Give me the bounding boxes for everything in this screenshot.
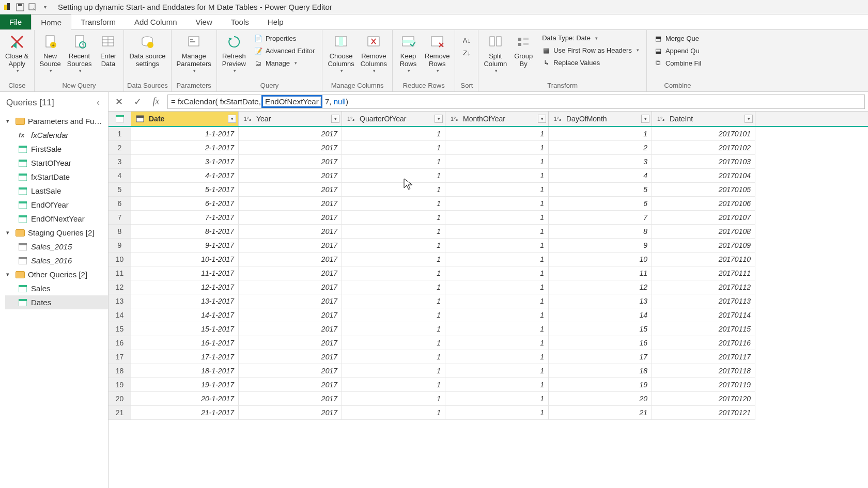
table-row[interactable]: 44-1-2017201711420170104 — [109, 169, 868, 183]
cell-year[interactable]: 2017 — [239, 197, 342, 211]
cell-dateint[interactable]: 20170103 — [652, 155, 755, 169]
tab-help[interactable]: Help — [258, 14, 293, 29]
query-endofnextyear[interactable]: EndOfNextYear — [5, 212, 108, 226]
close-apply-button[interactable]: Close & Apply ▾ — [2, 31, 32, 81]
refresh-preview-button[interactable]: Refresh Preview ▾ — [219, 31, 249, 81]
row-header[interactable]: 10 — [109, 253, 131, 266]
cell-quarter[interactable]: 1 — [342, 253, 445, 266]
cell-year[interactable]: 2017 — [239, 225, 342, 239]
row-header[interactable]: 20 — [109, 392, 131, 406]
column-header-quarter[interactable]: 1²₃ QuarterOfYear ▾ — [342, 112, 445, 126]
query-sales[interactable]: Sales — [5, 281, 108, 295]
cell-day[interactable]: 17 — [549, 350, 652, 364]
cell-month[interactable]: 1 — [445, 336, 549, 350]
row-header[interactable]: 16 — [109, 336, 131, 350]
choose-columns-button[interactable]: Choose Columns ▾ — [324, 31, 357, 81]
combine-files-button[interactable]: ⧉Combine Fil — [652, 58, 703, 68]
cell-date[interactable]: 1-1-2017 — [131, 127, 239, 141]
table-row[interactable]: 22-1-2017201711220170102 — [109, 141, 868, 155]
table-row[interactable]: 1212-1-20172017111220170112 — [109, 280, 868, 294]
cell-quarter[interactable]: 1 — [342, 127, 445, 141]
cell-dateint[interactable]: 20170119 — [652, 378, 755, 392]
cell-month[interactable]: 1 — [445, 127, 549, 141]
table-row[interactable]: 1313-1-20172017111320170113 — [109, 294, 868, 308]
row-header[interactable]: 3 — [109, 155, 131, 169]
filter-dropdown-icon[interactable]: ▾ — [331, 115, 339, 123]
row-header[interactable]: 21 — [109, 406, 131, 420]
row-header[interactable]: 6 — [109, 197, 131, 211]
cell-month[interactable]: 1 — [445, 183, 549, 197]
cell-day[interactable]: 2 — [549, 141, 652, 155]
column-header-date[interactable]: Date ▾ — [131, 112, 239, 126]
query-fxcalendar[interactable]: fxfxCalendar — [5, 128, 108, 142]
tab-view[interactable]: View — [187, 14, 222, 29]
cell-month[interactable]: 1 — [445, 308, 549, 322]
row-header[interactable]: 17 — [109, 350, 131, 364]
cell-dateint[interactable]: 20170107 — [652, 211, 755, 225]
row-header[interactable]: 15 — [109, 322, 131, 336]
cell-date[interactable]: 19-1-2017 — [131, 378, 239, 392]
cell-month[interactable]: 1 — [445, 197, 549, 211]
cell-month[interactable]: 1 — [445, 378, 549, 392]
query-dates[interactable]: Dates — [5, 295, 108, 309]
row-header[interactable]: 4 — [109, 169, 131, 183]
keep-rows-button[interactable]: Keep Rows ▾ — [395, 31, 422, 81]
query-group-other[interactable]: ▾ Other Queries [2] — [5, 267, 108, 281]
row-header[interactable]: 19 — [109, 378, 131, 392]
cell-date[interactable]: 10-1-2017 — [131, 253, 239, 266]
cell-month[interactable]: 1 — [445, 406, 549, 420]
cell-date[interactable]: 17-1-2017 — [131, 350, 239, 364]
cell-date[interactable]: 4-1-2017 — [131, 169, 239, 183]
query-endofyear[interactable]: EndOfYear — [5, 198, 108, 212]
tab-file[interactable]: File — [0, 14, 31, 29]
table-row[interactable]: 33-1-2017201711320170103 — [109, 155, 868, 169]
cell-date[interactable]: 16-1-2017 — [131, 336, 239, 350]
cell-quarter[interactable]: 1 — [342, 155, 445, 169]
cell-date[interactable]: 11-1-2017 — [131, 266, 239, 280]
table-row[interactable]: 1111-1-20172017111120170111 — [109, 266, 868, 280]
cell-day[interactable]: 6 — [549, 197, 652, 211]
cell-year[interactable]: 2017 — [239, 239, 342, 253]
cell-month[interactable]: 1 — [445, 364, 549, 378]
enter-data-button[interactable]: Enter Data — [95, 31, 121, 81]
cell-day[interactable]: 14 — [549, 308, 652, 322]
cell-dateint[interactable]: 20170106 — [652, 197, 755, 211]
cell-year[interactable]: 2017 — [239, 280, 342, 294]
filter-dropdown-icon[interactable]: ▾ — [538, 115, 546, 123]
select-all-cell[interactable] — [109, 112, 131, 126]
row-header[interactable]: 9 — [109, 239, 131, 253]
cell-quarter[interactable]: 1 — [342, 169, 445, 183]
table-row[interactable]: 1515-1-20172017111520170115 — [109, 322, 868, 336]
query-lastsale[interactable]: LastSale — [5, 184, 108, 198]
properties-button[interactable]: 📄Properties — [252, 33, 317, 43]
cell-date[interactable]: 6-1-2017 — [131, 197, 239, 211]
table-row[interactable]: 1414-1-20172017111420170114 — [109, 308, 868, 322]
commit-formula-button[interactable]: ✓ — [130, 95, 145, 109]
split-column-button[interactable]: Split Column ▾ — [481, 31, 510, 81]
row-header[interactable]: 1 — [109, 127, 131, 141]
cell-dateint[interactable]: 20170104 — [652, 169, 755, 183]
remove-columns-button[interactable]: Remove Columns ▾ — [358, 31, 390, 81]
cell-date[interactable]: 7-1-2017 — [131, 211, 239, 225]
cell-year[interactable]: 2017 — [239, 406, 342, 420]
query-sales-2016[interactable]: Sales_2016 — [5, 254, 108, 267]
cell-day[interactable]: 7 — [549, 211, 652, 225]
cell-year[interactable]: 2017 — [239, 308, 342, 322]
cell-dateint[interactable]: 20170105 — [652, 183, 755, 197]
filter-dropdown-icon[interactable]: ▾ — [745, 115, 753, 123]
group-by-button[interactable]: Group By — [510, 31, 537, 81]
cell-month[interactable]: 1 — [445, 239, 549, 253]
cell-day[interactable]: 13 — [549, 294, 652, 308]
cell-quarter[interactable]: 1 — [342, 266, 445, 280]
table-row[interactable]: 1818-1-20172017111820170118 — [109, 364, 868, 378]
cell-date[interactable]: 20-1-2017 — [131, 392, 239, 406]
cell-quarter[interactable]: 1 — [342, 322, 445, 336]
cell-day[interactable]: 19 — [549, 378, 652, 392]
cell-month[interactable]: 1 — [445, 322, 549, 336]
cell-quarter[interactable]: 1 — [342, 364, 445, 378]
row-header[interactable]: 5 — [109, 183, 131, 197]
column-header-year[interactable]: 1²₃ Year ▾ — [239, 112, 342, 126]
data-source-settings-button[interactable]: Data source settings — [126, 31, 168, 81]
formula-input[interactable]: = fxCalendar( fxStartDate, EndOfNextYear… — [167, 95, 865, 109]
manage-parameters-button[interactable]: Manage Parameters ▾ — [174, 31, 214, 81]
